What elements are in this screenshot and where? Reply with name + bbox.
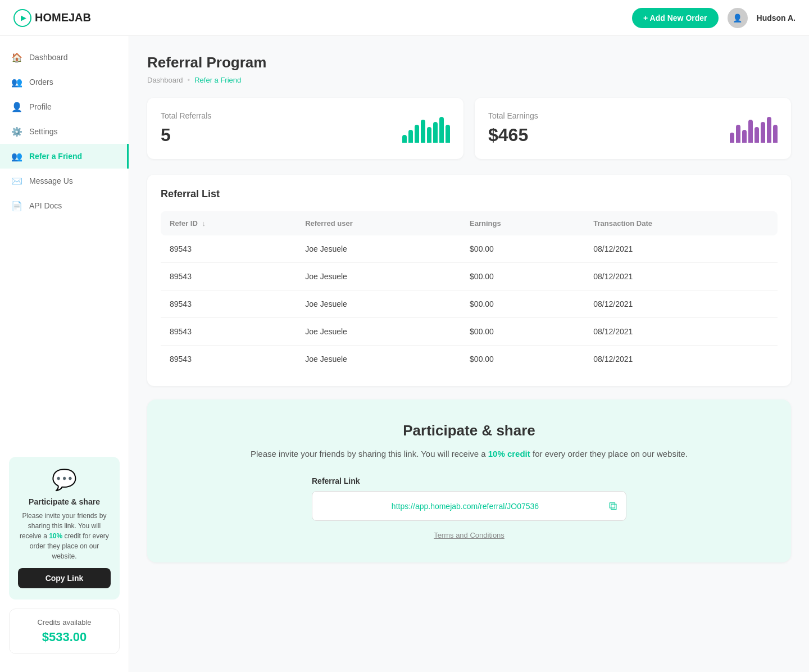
participate-title: Participate & share [170, 422, 769, 439]
bar [773, 125, 778, 143]
user-name: Hudson A. [757, 13, 796, 22]
sidebar-item-message[interactable]: ✉️ Message Us [0, 169, 129, 193]
table-body: 89543 Joe Jesuele $00.00 08/12/2021 8954… [161, 235, 778, 373]
top-nav: HOMEJAB + Add New Order 👤 Hudson A. [0, 0, 809, 36]
bar [446, 125, 450, 143]
participate-desc-prefix: Please invite your friends by sharing th… [251, 449, 488, 458]
sidebar-item-dashboard[interactable]: 🏠 Dashboard [0, 45, 129, 70]
terms-link[interactable]: Terms and Conditions [434, 531, 505, 539]
sidebar-nav: 🏠 Dashboard 👥 Orders 👤 Profile ⚙️ Settin… [0, 45, 129, 218]
cell-refer-id: 89543 [161, 290, 296, 318]
logo-text: HOMEJAB [35, 11, 91, 24]
api-icon: 📄 [11, 200, 22, 211]
cell-refer-id: 89543 [161, 235, 296, 263]
stat-card-0: Total Referrals 5 [147, 98, 463, 159]
stat-value: $465 [488, 125, 538, 146]
table-row: 89543 Joe Jesuele $00.00 08/12/2021 [161, 235, 778, 263]
participate-icon: 💬 [18, 468, 111, 492]
participate-highlight: 10% credit [488, 449, 530, 458]
table-row: 89543 Joe Jesuele $00.00 08/12/2021 [161, 318, 778, 346]
cell-refer-id: 89543 [161, 318, 296, 346]
sidebar-item-orders[interactable]: 👥 Orders [0, 70, 129, 94]
stat-value: 5 [161, 125, 211, 146]
sidebar-item-label-refer: Refer a Friend [29, 152, 82, 161]
bar [736, 125, 740, 143]
stat-label: Total Earnings [488, 111, 538, 120]
referral-table: Refer ID ↓Referred userEarningsTransacti… [161, 211, 778, 373]
stat-label: Total Referrals [161, 111, 211, 120]
bar [748, 120, 753, 143]
sidebar-item-settings[interactable]: ⚙️ Settings [0, 119, 129, 144]
stat-info: Total Referrals 5 [161, 111, 211, 146]
refer-icon: 👥 [11, 151, 22, 162]
sidebar-item-label-orders: Orders [29, 78, 53, 87]
sort-icon: ↓ [202, 219, 206, 228]
table-row: 89543 Joe Jesuele $00.00 08/12/2021 [161, 290, 778, 318]
sidebar-card-highlight: 10% [49, 532, 62, 540]
table-row: 89543 Joe Jesuele $00.00 08/12/2021 [161, 263, 778, 290]
credits-card: Credits available $533.00 [9, 609, 120, 654]
cell-earnings: $00.00 [461, 318, 584, 346]
col-header-2: Earnings [461, 211, 584, 235]
profile-icon: 👤 [11, 101, 22, 112]
bar [439, 117, 444, 143]
cell-refer-id: 89543 [161, 346, 296, 373]
col-header-3: Transaction Date [584, 211, 778, 235]
logo-icon [13, 9, 31, 27]
bar [730, 133, 734, 143]
breadcrumb: Dashboard • Refer a Friend [147, 76, 791, 84]
settings-icon: ⚙️ [11, 126, 22, 137]
col-header-1: Referred user [296, 211, 461, 235]
copy-link-button[interactable]: Copy Link [18, 568, 111, 588]
cell-date: 08/12/2021 [584, 346, 778, 373]
table-row: 89543 Joe Jesuele $00.00 08/12/2021 [161, 346, 778, 373]
credits-value: $533.00 [19, 630, 110, 644]
main-content: Referral Program Dashboard • Refer a Fri… [129, 36, 809, 672]
cell-date: 08/12/2021 [584, 318, 778, 346]
bar [415, 125, 419, 143]
stats-row: Total Referrals 5 Total Earnings $465 [147, 98, 791, 159]
table-header: Refer ID ↓Referred userEarningsTransacti… [161, 211, 778, 235]
cell-earnings: $00.00 [461, 263, 584, 290]
sidebar-item-api[interactable]: 📄 API Docs [0, 193, 129, 218]
sidebar-item-refer[interactable]: 👥 Refer a Friend [0, 144, 129, 169]
cell-date: 08/12/2021 [584, 263, 778, 290]
cell-refer-id: 89543 [161, 263, 296, 290]
bar [402, 135, 407, 143]
bar [421, 120, 425, 143]
sidebar-participate-card: 💬 Participate & share Please invite your… [9, 457, 120, 600]
cell-earnings: $00.00 [461, 235, 584, 263]
col-header-0[interactable]: Refer ID ↓ [161, 211, 296, 235]
sidebar-item-profile[interactable]: 👤 Profile [0, 94, 129, 119]
bar [427, 127, 431, 143]
participate-desc: Please invite your friends by sharing th… [170, 447, 769, 461]
participate-card: Participate & share Please invite your f… [147, 399, 791, 562]
sidebar-item-label-profile: Profile [29, 102, 52, 111]
referral-link-input: https://app.homejab.com/referral/JO07536… [312, 491, 626, 521]
add-order-button[interactable]: + Add New Order [632, 8, 718, 28]
copy-link-icon[interactable]: ⧉ [609, 500, 617, 512]
sidebar-item-label-api: API Docs [29, 201, 62, 210]
referral-url: https://app.homejab.com/referral/JO07536 [321, 502, 609, 511]
referral-link-label: Referral Link [312, 476, 626, 485]
dashboard-icon: 🏠 [11, 52, 22, 63]
bar [742, 130, 747, 143]
bar [408, 130, 413, 143]
message-icon: ✉️ [11, 175, 22, 187]
sidebar-card-title: Participate & share [18, 497, 111, 506]
cell-user: Joe Jesuele [296, 290, 461, 318]
referral-list-title: Referral List [161, 188, 778, 200]
breadcrumb-separator: • [188, 76, 190, 84]
breadcrumb-home[interactable]: Dashboard [147, 76, 183, 84]
page-title: Referral Program [147, 54, 791, 71]
topnav-right: + Add New Order 👤 Hudson A. [632, 8, 796, 28]
bar-chart [730, 115, 778, 143]
cell-earnings: $00.00 [461, 290, 584, 318]
layout: 🏠 Dashboard 👥 Orders 👤 Profile ⚙️ Settin… [0, 36, 809, 672]
sidebar-card-text: Please invite your friends by sharing th… [18, 511, 111, 561]
breadcrumb-current: Refer a Friend [194, 76, 241, 84]
avatar: 👤 [728, 8, 748, 28]
credits-label: Credits available [19, 618, 110, 626]
logo: HOMEJAB [13, 9, 91, 27]
participate-desc-suffix: for every order they place on our websit… [530, 449, 688, 458]
